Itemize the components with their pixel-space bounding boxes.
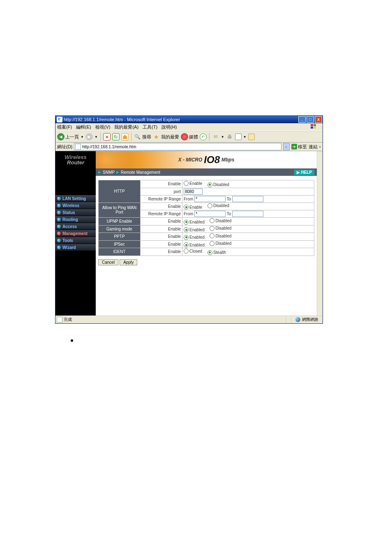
help-button[interactable]: ▶HELP [294,170,314,175]
ping-disable-radio[interactable]: Disabled [208,203,229,208]
pptp-enable-radio[interactable]: Enabled [184,235,205,240]
apply-button[interactable]: Apply [120,259,137,265]
http-range-from-input[interactable] [194,196,226,202]
home-icon[interactable] [121,133,129,140]
sidebar-item-wireless[interactable]: Wireless [55,202,96,209]
maximize-button[interactable]: □ [307,116,314,123]
ping-enable-radio[interactable]: Enable [184,205,202,210]
brand-banner: X - MICRO IO8 Mbps [96,151,317,168]
menu-help[interactable]: 說明(H) [161,124,177,130]
config-table: HTTP Enable Enable Disabled port [98,180,314,256]
http-category: HTTP [99,180,141,203]
refresh-icon[interactable]: ↻ [112,133,120,140]
cancel-button[interactable]: Cancel [98,259,118,265]
sidebar-item-management[interactable]: Management [55,230,96,237]
menu-bar: 檔案(F) 編輯(E) 檢視(V) 我的最愛(A) 工具(T) 說明(H) [55,123,323,131]
bullet-icon [57,218,61,221]
ping-category: Allow to Ping WAN Port [99,203,141,218]
router-logo: Wireless Router [55,151,96,168]
bullet-icon [57,232,61,235]
sidebar-item-routing[interactable]: Routing [55,216,96,223]
ident-closed-radio[interactable]: Closed [184,249,202,253]
bullet-marker [71,339,73,342]
menu-tools[interactable]: 工具(T) [143,124,157,130]
window-titlebar: http://192.168.1.1/remote.htm - Microsof… [55,116,323,123]
http-range-to-input[interactable] [232,196,263,202]
links-label[interactable]: 連結 [309,144,318,150]
windows-flag-icon [310,124,317,129]
page-icon [75,144,81,150]
menu-file[interactable]: 檔案(F) [57,124,72,130]
scrollbar[interactable] [317,151,323,315]
history-icon[interactable]: ↶ [200,134,207,140]
favorites-button[interactable]: ★我的最愛 [153,133,179,140]
gaming-enable-radio[interactable]: Enabled [184,227,205,232]
address-dropdown[interactable]: v [283,143,290,150]
toolbar: ◄上一頁▼ ►▼ ✕ ↻ 🔍搜尋 ★我的最愛 媒體 ↶ ✉▼ 🖶 ▼ [55,131,323,143]
sidebar-item-tools[interactable]: Tools [55,237,96,244]
ipsec-category: IPSec [99,240,141,248]
pptp-category: PPTP [99,233,141,241]
crumb-remote: Remote Management [121,170,160,175]
media-button[interactable]: 媒體 [181,133,198,140]
pptp-disable-radio[interactable]: Disabled [210,233,231,238]
bullet-icon [57,211,61,214]
sidebar-item-wizard[interactable]: Wizard [55,244,96,251]
discuss-icon[interactable] [248,134,255,140]
upnp-category: UPNP Enable [99,218,141,226]
ping-range-to-input[interactable] [232,211,263,217]
crumb-snmp[interactable]: SNMP [103,170,115,175]
search-button[interactable]: 🔍搜尋 [134,133,151,140]
go-button[interactable]: ➔移至 [291,144,307,150]
svg-rect-0 [311,124,313,126]
svg-rect-3 [314,127,316,129]
zone-indicator: 網際網路 [291,316,323,323]
bullet-icon [57,204,61,207]
mail-icon[interactable]: ✉ [212,133,219,140]
forward-button[interactable]: ►▼ [85,133,98,140]
ident-stealth-radio[interactable]: Stealth [208,250,226,255]
ping-range-from-input[interactable] [194,211,226,217]
back-button[interactable]: ◄上一頁▼ [57,133,84,140]
address-bar: 網址(D) http://192.168.1.1/remote.htm v ➔移… [55,143,323,151]
ident-category: IDENT [99,248,141,256]
ipsec-disable-radio[interactable]: Disabled [210,241,231,246]
help-arrow-icon: ▶ [297,170,300,175]
address-label: 網址(D) [57,144,72,150]
bullet-icon [57,197,61,200]
http-enable-radio[interactable]: Enable [184,181,202,186]
print-icon[interactable]: 🖶 [226,133,233,140]
globe-icon [295,317,300,322]
sidebar-item-label: Wizard [62,245,76,250]
upnp-disable-radio[interactable]: Disabled [210,218,231,223]
sidebar-item-label: LAN Setting [62,196,86,201]
window-title: http://192.168.1.1/remote.htm - Microsof… [64,117,180,122]
menu-edit[interactable]: 編輯(E) [76,124,91,130]
sidebar-item-label: Routing [62,217,78,222]
sidebar: Wireless Router LAN Setting Wireless Sta… [55,151,96,315]
menu-view[interactable]: 檢視(V) [95,124,111,130]
breadcrumb: ▶ SNMP ▶ Remote Management ▶HELP [96,168,317,176]
ipsec-enable-radio[interactable]: Enabled [184,242,205,247]
http-port-input[interactable] [184,189,203,195]
address-field[interactable]: http://192.168.1.1/remote.htm [74,143,281,150]
sidebar-item-label: Management [62,231,88,236]
sidebar-item-lan[interactable]: LAN Setting [55,195,96,202]
sidebar-item-label: Wireless [62,203,79,208]
gaming-disable-radio[interactable]: Disabled [210,226,231,231]
svg-rect-1 [314,124,316,126]
bullet-icon [57,225,61,228]
close-button[interactable]: X [315,116,322,123]
status-text: 完成 [64,317,72,322]
sidebar-item-label: Status [62,210,75,215]
edit-icon[interactable] [235,134,242,140]
menu-favorites[interactable]: 我的最愛(A) [114,124,138,130]
sidebar-item-status[interactable]: Status [55,209,96,216]
upnp-enable-radio[interactable]: Enabled [184,220,205,225]
svg-rect-2 [311,127,313,129]
http-disable-radio[interactable]: Disabled [208,182,229,187]
gaming-category: Gaming mode [99,225,141,233]
sidebar-item-access[interactable]: Access [55,223,96,230]
stop-icon[interactable]: ✕ [103,133,111,140]
minimize-button[interactable]: _ [298,116,306,123]
